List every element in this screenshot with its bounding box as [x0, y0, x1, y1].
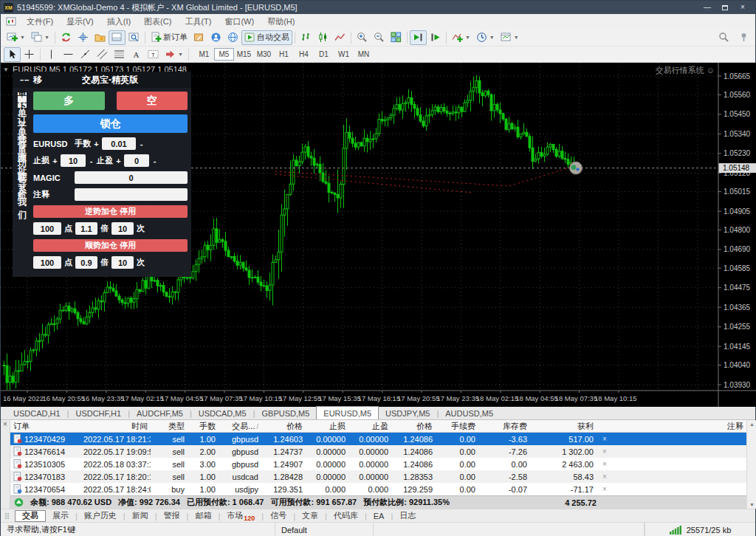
terminal-panel-button[interactable]: [109, 30, 126, 45]
terminal-tab-1[interactable]: 展示: [46, 510, 75, 522]
terminal-tab-9[interactable]: 代码库: [327, 510, 365, 522]
menu-item-1[interactable]: 显示(V): [60, 14, 100, 30]
metaeditor-button[interactable]: [190, 30, 207, 45]
scroll-up-icon[interactable]: ▲: [749, 422, 755, 427]
timeframe-d1[interactable]: D1: [314, 48, 334, 61]
search-button[interactable]: [715, 30, 732, 45]
sl-minus-button[interactable]: -: [89, 157, 94, 165]
chart-tab-eurusd-m5[interactable]: EURUSD,M5: [316, 406, 379, 419]
panel-move-button[interactable]: 移: [33, 74, 63, 86]
quick-trade-toggle-icon[interactable]: ▼: [3, 66, 9, 73]
column-header-3[interactable]: 手数: [188, 421, 219, 432]
chart-tab-usdcad-h1[interactable]: USDCAD,H1: [7, 407, 67, 419]
strategy-tester-button[interactable]: [126, 30, 142, 45]
scroll-down-icon[interactable]: ▼: [749, 502, 755, 507]
line-chart-button[interactable]: [331, 30, 348, 45]
order-row-123470654[interactable]: 1234706542022.05.17 18:24:00buy1.00usdjp…: [10, 483, 746, 495]
column-header-1[interactable]: 时间: [80, 421, 151, 432]
text-button[interactable]: A: [128, 47, 145, 62]
sell-button[interactable]: 空: [117, 92, 188, 110]
templates-button[interactable]: ▼: [498, 30, 522, 45]
panel-sidebar-item-5[interactable]: 联系我们: [18, 188, 27, 204]
web-button[interactable]: [224, 30, 241, 45]
candles-chart-button[interactable]: [315, 30, 331, 45]
terminal-tab-4[interactable]: 警报: [157, 510, 187, 522]
menu-item-5[interactable]: 窗口(W): [218, 14, 261, 30]
column-header-11[interactable]: 获利: [530, 421, 597, 432]
terminal-tab-10[interactable]: EA: [367, 510, 391, 522]
order-row-123476614[interactable]: 1234766142022.05.17 19:09:58sell2.00gbpu…: [10, 445, 746, 458]
column-header-0[interactable]: 订单: [10, 421, 80, 432]
new-chart-button[interactable]: ▼: [4, 30, 28, 45]
terminal-tab-6[interactable]: 市场120: [220, 510, 261, 522]
close-button[interactable]: ×: [736, 3, 749, 13]
chart-tab-gbpusd-m5[interactable]: GBPUSD,M5: [255, 407, 317, 419]
lots-plus-button[interactable]: +: [94, 140, 99, 148]
navigator-button[interactable]: [92, 30, 109, 45]
maximize-button[interactable]: [718, 3, 732, 13]
terminal-tab-7[interactable]: 信号: [264, 510, 293, 522]
magic-input[interactable]: [75, 171, 188, 184]
tp-plus-button[interactable]: +: [116, 157, 121, 165]
trendline-button[interactable]: [77, 47, 94, 62]
menu-item-4[interactable]: 工具(T): [178, 14, 218, 30]
terminal-scrollbar[interactable]: ▲ ▼: [746, 420, 756, 509]
terminal-tab-8[interactable]: 文章: [295, 510, 325, 522]
sl-plus-button[interactable]: +: [52, 157, 58, 165]
pin-button[interactable]: [735, 30, 752, 45]
timeframe-m15[interactable]: M15: [234, 48, 254, 61]
terminal-tab-5[interactable]: 邮箱: [188, 510, 218, 522]
status-profile[interactable]: Default: [275, 523, 374, 536]
close-order-button[interactable]: ×: [597, 435, 613, 443]
trend-mult-input[interactable]: [75, 256, 97, 269]
chart-window-icon[interactable]: [3, 14, 20, 29]
tp-input[interactable]: [124, 154, 149, 167]
arrows-button[interactable]: ▼: [162, 47, 186, 62]
tp-minus-button[interactable]: -: [152, 157, 157, 165]
market-watch-button[interactable]: [58, 30, 75, 45]
data-window-button[interactable]: [75, 30, 92, 45]
order-row-123510305[interactable]: 1235103052022.05.18 03:37:11sell3.00gbpu…: [10, 458, 746, 470]
ea-price-marker[interactable]: [570, 162, 583, 174]
minimize-button[interactable]: —: [701, 3, 714, 13]
indicators-button[interactable]: ▼: [449, 30, 473, 45]
zoom-in-button[interactable]: [354, 30, 371, 45]
profiles-button[interactable]: ▼: [28, 30, 52, 45]
chart-shift-button[interactable]: [427, 30, 444, 45]
terminal-tab-0[interactable]: 交易: [15, 510, 46, 522]
auto-scroll-button[interactable]: [410, 30, 427, 45]
fibonacci-button[interactable]: [111, 47, 128, 62]
column-header-2[interactable]: 类型: [151, 421, 188, 432]
close-order-button[interactable]: ×: [597, 447, 613, 456]
column-header-9[interactable]: 手续费: [436, 421, 478, 432]
column-header-6[interactable]: 止损: [306, 421, 348, 432]
zoom-out-button[interactable]: [371, 30, 388, 45]
community-button[interactable]: [207, 30, 224, 45]
menu-item-3[interactable]: 图表(C): [137, 14, 178, 30]
order-row-123470183[interactable]: 1234701832022.05.17 18:20:12sell1.00usdc…: [10, 470, 746, 483]
chart-tab-audchf-m5[interactable]: AUDCHF,M5: [130, 407, 190, 419]
cursor-button[interactable]: [4, 47, 21, 62]
price-axis[interactable]: 1.056651.055601.054501.053401.052301.051…: [718, 63, 756, 407]
column-header-8[interactable]: 价格: [391, 421, 436, 432]
column-header-13[interactable]: 注释: [613, 421, 746, 432]
timeframe-h1[interactable]: H1: [274, 48, 294, 61]
close-order-button[interactable]: ×: [597, 460, 613, 468]
counter-points-input[interactable]: [33, 222, 61, 235]
tile-windows-button[interactable]: [388, 30, 405, 45]
terminal-tab-11[interactable]: 日志: [393, 510, 422, 522]
menu-item-0[interactable]: 文件(F): [20, 14, 60, 30]
terminal-tab-2[interactable]: 账户历史: [78, 510, 123, 522]
vline-button[interactable]: [43, 47, 60, 62]
text-label-button[interactable]: T: [145, 47, 162, 62]
auto-trading-button[interactable]: 自动交易: [241, 30, 292, 45]
comment-input[interactable]: [75, 188, 188, 201]
terminal-close-button[interactable]: ×: [3, 421, 7, 428]
chart-tab-audusd-m5[interactable]: AUDUSD,M5: [439, 407, 500, 419]
timeframe-m5[interactable]: M5: [214, 48, 234, 61]
timeframe-m30[interactable]: M30: [254, 48, 274, 61]
time-axis[interactable]: 16 May 202216 May 20:5516 May 23:3517 Ma…: [1, 391, 756, 402]
close-order-button[interactable]: ×: [597, 485, 613, 493]
chart-tab-usdcad-m5[interactable]: USDCAD,M5: [192, 407, 253, 419]
menu-item-2[interactable]: 插入(I): [100, 14, 137, 30]
